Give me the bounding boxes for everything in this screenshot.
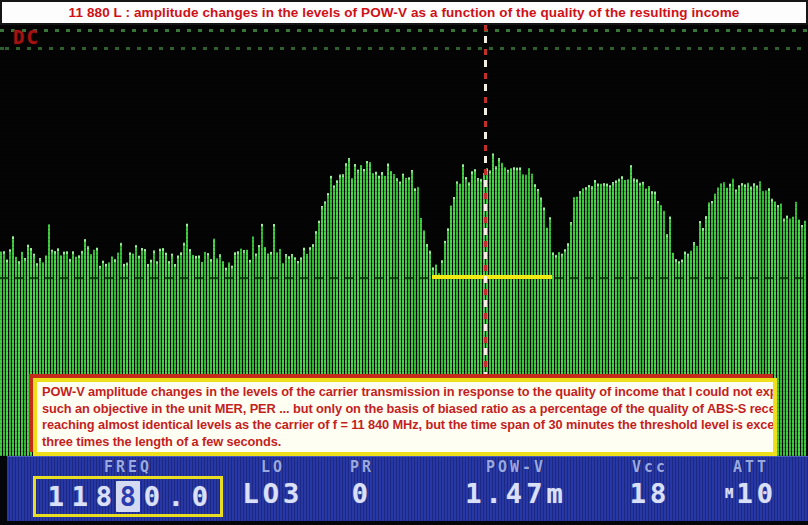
annotation-line-1: POW-V amplitude changes in the levels of…: [42, 384, 768, 401]
field-pr: PR 0: [330, 456, 394, 525]
graticule-dotted-row-second: [0, 47, 808, 50]
att-value: M10: [708, 478, 794, 509]
annotation-line-4: three times the length of a few seconds.: [42, 434, 768, 451]
title-bar: 11 880 L : amplitude changes in the leve…: [0, 0, 808, 25]
threshold-highlight-segment: [432, 275, 552, 279]
att-mode-prefix: M: [725, 485, 734, 501]
powv-label: POW-V: [440, 458, 592, 476]
meter-screen: { "title_bar": { "text": "11 880 L : amp…: [0, 0, 808, 525]
threshold-dashed-line: [0, 277, 808, 279]
status-bar-bottom-edge: [0, 521, 808, 525]
status-bar: FREQ 11880.0 LO LO3 PR 0 POW-V 1.47m Vcc…: [0, 456, 808, 525]
freq-digit[interactable]: 1: [44, 481, 68, 512]
status-bar-left-edge: [0, 456, 7, 525]
freq-digit[interactable]: 0: [188, 481, 212, 512]
freq-value[interactable]: 11880.0: [44, 481, 212, 512]
freq-value-box[interactable]: 11880.0: [33, 476, 223, 517]
field-att: ATT M10: [708, 456, 794, 525]
att-label: ATT: [708, 458, 794, 476]
field-lo: LO LO3: [225, 456, 321, 525]
freq-digit[interactable]: 1: [68, 481, 92, 512]
annotation-line-3: reaching almost identical levels as the …: [42, 417, 768, 434]
frequency-marker-cursor[interactable]: [484, 25, 487, 380]
freq-digit[interactable]: 0: [140, 481, 164, 512]
freq-digit[interactable]: 8: [92, 481, 116, 512]
att-number: 10: [736, 478, 777, 509]
page-title: 11 880 L : amplitude changes in the leve…: [69, 5, 740, 20]
pr-label: PR: [330, 458, 394, 476]
graticule-dotted-row-top: [0, 29, 808, 32]
powv-value: 1.47m: [440, 478, 592, 509]
field-freq: FREQ 11880.0: [26, 456, 230, 525]
lo-label: LO: [225, 458, 321, 476]
field-powv: POW-V 1.47m: [440, 456, 592, 525]
freq-label: FREQ: [26, 458, 230, 476]
lo-value: LO3: [225, 478, 321, 509]
pr-value: 0: [330, 478, 394, 509]
freq-digit[interactable]: .: [164, 481, 188, 512]
freq-digit-cursor[interactable]: 8: [116, 481, 140, 512]
vcc-value: 18: [612, 478, 688, 509]
dc-mode-label: DC: [13, 26, 40, 48]
annotation-box: POW-V amplitude changes in the levels of…: [33, 378, 777, 456]
annotation-line-2: such an objective in the unit MER, PER .…: [42, 401, 768, 418]
field-vcc: Vcc 18: [612, 456, 688, 525]
vcc-label: Vcc: [612, 458, 688, 476]
